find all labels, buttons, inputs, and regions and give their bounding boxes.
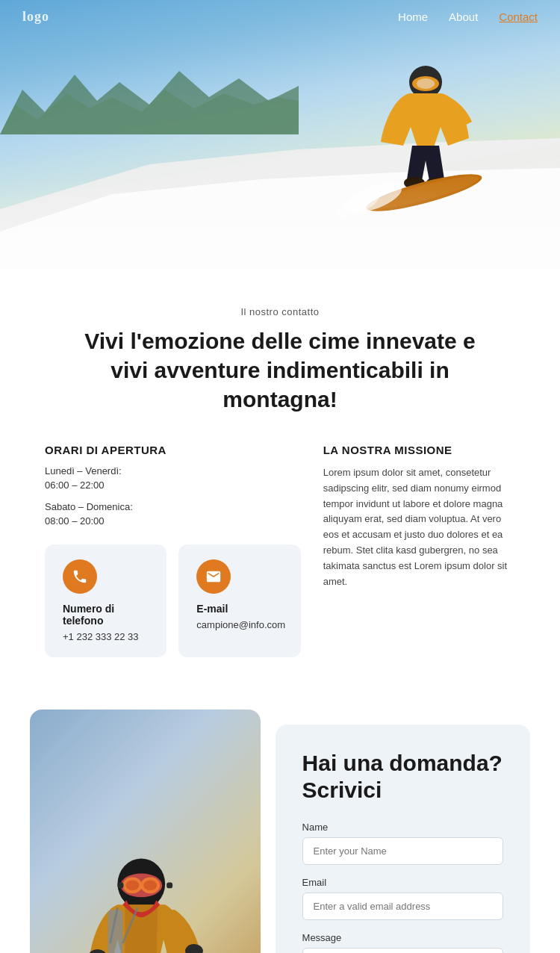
hero-section	[0, 0, 560, 269]
name-field: Name	[302, 822, 503, 865]
mission-text: Lorem ipsum dolor sit amet, consetetur s…	[323, 465, 515, 589]
form-image-col	[30, 710, 261, 953]
email-input[interactable]	[302, 893, 503, 920]
weekend-hours: 08:00 – 20:00	[45, 515, 301, 527]
email-icon	[205, 568, 222, 585]
contact-section: Il nostro contatto Vivi l'emozione delle…	[0, 269, 560, 710]
weekend-label: Sabato – Domenica:	[45, 501, 301, 512]
message-label: Message	[302, 932, 503, 943]
info-grid: ORARI DI APERTURA Lunedì – Venerdì: 06:0…	[45, 444, 515, 657]
phone-card-value: +1 232 333 22 33	[63, 631, 149, 642]
form-title: Hai una domanda?Scrivici	[302, 750, 503, 804]
message-field: Message	[302, 932, 503, 953]
svg-rect-20	[167, 882, 172, 888]
email-card: E-mail campione@info.com	[178, 544, 300, 657]
hero-background	[0, 0, 560, 269]
nav-links: Home About Contact	[398, 10, 538, 24]
mission-title: LA NOSTRA MISSIONE	[323, 444, 515, 456]
email-card-icon	[196, 559, 231, 594]
nav-contact[interactable]: Contact	[499, 10, 538, 23]
contact-cards: Numero di telefono +1 232 333 22 33 E-ma…	[45, 544, 301, 657]
weekend-block: Sabato – Domenica: 08:00 – 20:00	[45, 501, 301, 527]
svg-rect-19	[117, 882, 123, 888]
nav-home[interactable]: Home	[398, 10, 428, 23]
phone-icon	[72, 568, 88, 585]
form-section: Hai una domanda?Scrivici Name Email Mess…	[0, 710, 560, 953]
svg-point-6	[417, 78, 435, 89]
email-label: Email	[302, 877, 503, 888]
message-textarea[interactable]	[302, 948, 503, 953]
email-card-value: campione@info.com	[196, 619, 282, 630]
mission-col: LA NOSTRA MISSIONE Lorem ipsum dolor sit…	[323, 444, 515, 657]
nav-about[interactable]: About	[449, 10, 478, 23]
hours-col: ORARI DI APERTURA Lunedì – Venerdì: 06:0…	[45, 444, 301, 657]
name-label: Name	[302, 822, 503, 833]
email-field: Email	[302, 877, 503, 920]
weekday-label: Lunedì – Venerdì:	[45, 465, 301, 476]
hours-title: ORARI DI APERTURA	[45, 444, 301, 456]
navbar: logo Home About Contact	[0, 0, 560, 34]
weekday-block: Lunedì – Venerdì: 06:00 – 22:00	[45, 465, 301, 491]
phone-card-icon	[63, 559, 97, 594]
svg-point-18	[143, 880, 157, 890]
form-col: Hai una domanda?Scrivici Name Email Mess…	[276, 724, 530, 953]
hero-overlay	[0, 179, 560, 269]
contact-headline: Vivi l'emozione delle cime innevate e vi…	[63, 326, 497, 414]
svg-point-17	[125, 880, 139, 890]
name-input[interactable]	[302, 837, 503, 865]
phone-card: Numero di telefono +1 232 333 22 33	[45, 544, 167, 657]
winter-person-svg	[30, 710, 261, 953]
contact-label: Il nostro contatto	[45, 306, 515, 317]
phone-card-title: Numero di telefono	[63, 603, 149, 627]
nav-logo: logo	[22, 9, 49, 25]
weekday-hours: 06:00 – 22:00	[45, 479, 301, 491]
email-card-title: E-mail	[196, 603, 282, 615]
